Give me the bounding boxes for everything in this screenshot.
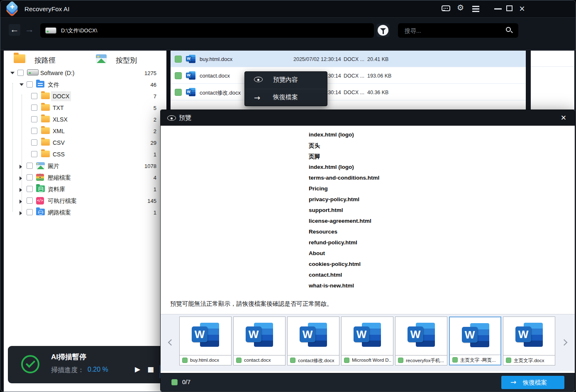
row-checkbox[interactable] bbox=[175, 89, 182, 96]
thumbnail-card[interactable]: W recoveryfox手机... bbox=[395, 317, 447, 365]
search-input[interactable] bbox=[405, 23, 500, 38]
folder-yellow-icon bbox=[41, 116, 50, 122]
thumb-checkbox[interactable] bbox=[506, 358, 511, 363]
tree-checkbox[interactable] bbox=[31, 139, 37, 146]
expander-icon[interactable] bbox=[20, 165, 22, 169]
play-icon[interactable]: ▶ bbox=[135, 365, 140, 373]
tree-item[interactable]: CSV 29 bbox=[4, 137, 166, 149]
tree-item[interactable]: 圖片 1078 bbox=[4, 160, 166, 172]
table-row[interactable]: W contact修改.docx 2025/07/02 12:30:14 DOC… bbox=[171, 84, 526, 100]
selection-checkbox[interactable] bbox=[171, 379, 178, 385]
tree-checkbox[interactable] bbox=[27, 163, 33, 169]
tree-item[interactable]: 文件 46 bbox=[4, 79, 166, 90]
minimize-button[interactable] bbox=[494, 8, 502, 10]
expander-icon[interactable] bbox=[20, 200, 22, 204]
tab-by-path[interactable]: 按路徑 bbox=[10, 54, 80, 66]
gear-icon[interactable]: ⚙ bbox=[457, 3, 467, 12]
tree-item-label: 資料庫 bbox=[48, 186, 65, 193]
preview-line: terms-and-conditions.html bbox=[309, 175, 379, 185]
thumb-name: 主页文字 -网页... bbox=[460, 357, 500, 363]
tree-checkbox[interactable] bbox=[27, 197, 33, 204]
tree-item-label: 壓縮檔案 bbox=[48, 174, 71, 182]
tree-checkbox[interactable] bbox=[27, 81, 33, 88]
thumb-checkbox[interactable] bbox=[182, 358, 188, 363]
thumbnail-card[interactable]: W 主页文字.docx bbox=[503, 317, 555, 365]
table-row[interactable]: W buy.html.docx 2025/07/02 12:30:14 DOCX… bbox=[171, 51, 526, 67]
maximize-button[interactable] bbox=[506, 5, 513, 11]
menu-item-recover[interactable]: → 恢復檔案 bbox=[245, 89, 327, 106]
tree-checkbox[interactable] bbox=[27, 174, 33, 180]
thumbnail-card[interactable]: W Microsoft Word D... bbox=[341, 317, 393, 365]
thumb-checkbox[interactable] bbox=[290, 358, 295, 363]
forward-button[interactable]: → bbox=[24, 24, 35, 36]
tree-checkbox[interactable] bbox=[31, 151, 37, 157]
tree-item[interactable]: 壓縮檔案 4 bbox=[4, 172, 166, 183]
tree-item[interactable]: 網路檔案 1 bbox=[4, 207, 166, 218]
search-icon[interactable] bbox=[506, 27, 511, 32]
tree-item[interactable]: CSS 1 bbox=[4, 149, 166, 160]
context-menu: 預覽內容 → 恢復檔案 bbox=[244, 71, 327, 106]
row-checkbox[interactable] bbox=[175, 72, 182, 79]
thumbnail-card[interactable]: W contact修改.docx bbox=[287, 317, 339, 365]
expander-icon[interactable] bbox=[20, 176, 22, 180]
expander-icon[interactable] bbox=[20, 188, 22, 192]
tree-item-count: 1078 bbox=[144, 163, 156, 169]
close-button[interactable]: × bbox=[517, 2, 527, 12]
tree-item[interactable]: </> 可執行檔案 145 bbox=[4, 195, 166, 207]
tree-checkbox[interactable] bbox=[31, 128, 37, 134]
tree-item-label: TXT bbox=[53, 105, 63, 111]
tree-item-label: 圖片 bbox=[48, 163, 59, 170]
expander-icon[interactable] bbox=[10, 72, 15, 74]
tree-item[interactable]: XLSX 2 bbox=[4, 114, 166, 125]
tree-item[interactable]: Software (D:) 1275 bbox=[4, 67, 166, 79]
thumb-checkbox[interactable] bbox=[452, 357, 458, 363]
scan-status: AI掃描暫停 bbox=[51, 352, 86, 362]
tree-item-count: 1 bbox=[154, 186, 156, 192]
tree-item[interactable]: TXT 5 bbox=[4, 102, 166, 114]
thumb-checkbox[interactable] bbox=[398, 358, 403, 363]
table-row[interactable]: W contact.docx 2025/07/02 12:30:14 DOCX … bbox=[171, 67, 526, 84]
tree-checkbox[interactable] bbox=[27, 209, 33, 215]
tree-checkbox[interactable] bbox=[17, 70, 24, 76]
path-box[interactable] bbox=[40, 23, 374, 38]
path-input[interactable] bbox=[61, 23, 368, 38]
picture-icon bbox=[96, 54, 107, 63]
chevron-right-icon[interactable] bbox=[561, 339, 568, 346]
tree-checkbox[interactable] bbox=[27, 186, 33, 192]
stop-icon[interactable]: ■ bbox=[147, 365, 154, 373]
thumbnail-card[interactable]: W contact.docx bbox=[233, 317, 286, 365]
tree-item[interactable]: XML 2 bbox=[4, 125, 166, 137]
tree-checkbox[interactable] bbox=[31, 105, 37, 111]
expander-icon[interactable] bbox=[20, 211, 22, 215]
preview-line: what-is-new.html bbox=[309, 282, 379, 293]
filter-button[interactable] bbox=[376, 24, 390, 37]
chevron-left-icon[interactable] bbox=[168, 339, 175, 346]
tree-checkbox[interactable] bbox=[31, 93, 37, 99]
recover-files-button[interactable]: → 恢復檔案 bbox=[501, 376, 564, 389]
menu-item-preview[interactable]: 預覽內容 bbox=[245, 72, 327, 89]
folder-yellow-icon bbox=[41, 139, 50, 146]
back-button[interactable]: ← bbox=[9, 24, 20, 36]
tree-item-label: 網路檔案 bbox=[48, 209, 71, 217]
row-checkbox[interactable] bbox=[175, 56, 182, 63]
file-type: DOCX ... bbox=[344, 90, 364, 95]
thumb-name: 主页文字.docx bbox=[514, 358, 553, 364]
feedback-icon[interactable] bbox=[442, 5, 452, 14]
exe-icon: </> bbox=[36, 197, 44, 205]
preview-line: 页脚 bbox=[309, 153, 379, 164]
tree-item[interactable]: 資料庫 1 bbox=[4, 183, 166, 195]
expander-icon[interactable] bbox=[20, 83, 24, 86]
tree-checkbox[interactable] bbox=[31, 116, 37, 122]
picture-icon bbox=[36, 162, 45, 169]
thumb-checkbox[interactable] bbox=[344, 358, 349, 363]
modal-close-icon[interactable]: × bbox=[558, 112, 569, 124]
tab-by-type[interactable]: 按型別 bbox=[91, 54, 161, 66]
tree-item[interactable]: DOCX 7 bbox=[4, 90, 166, 102]
thumb-checkbox[interactable] bbox=[236, 358, 242, 363]
search-box[interactable] bbox=[398, 23, 518, 38]
thumb-name: contact修改.docx bbox=[298, 358, 337, 364]
tree-item-count: 2 bbox=[154, 117, 156, 123]
thumbnail-card[interactable]: W 主页文字 -网页... bbox=[449, 317, 501, 365]
thumbnail-card[interactable]: W buy.html.docx bbox=[179, 317, 232, 365]
menu-icon[interactable] bbox=[472, 6, 482, 15]
